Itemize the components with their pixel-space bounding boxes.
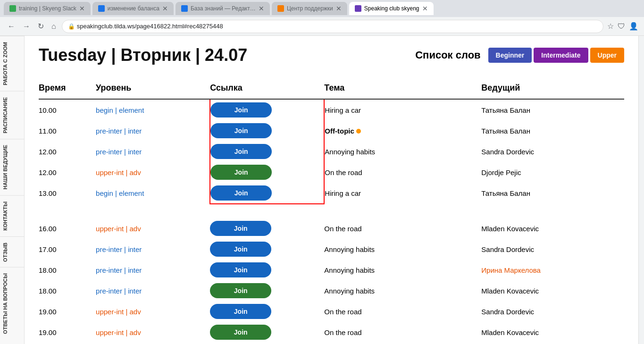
- cell-topic: On the road: [324, 218, 481, 239]
- cell-link: Join: [210, 99, 324, 120]
- cell-link: Join: [210, 260, 324, 280]
- tab-favicon-5: [355, 5, 361, 12]
- browser-right-icons: ☆ 🛡 👤: [607, 22, 638, 31]
- tab-label-2: изменение баланса: [108, 5, 159, 12]
- tab-close-2[interactable]: ✕: [162, 5, 168, 12]
- cell-topic: Annoying habits: [324, 280, 481, 301]
- tab-favicon-2: [98, 5, 105, 12]
- cell-host: Mladen Kovacevic: [481, 280, 624, 301]
- cell-level: pre-inter | inter: [96, 239, 210, 260]
- cell-host: Ирина Маркелова: [481, 260, 624, 280]
- cell-time: 13.00: [39, 183, 96, 204]
- intermediate-button[interactable]: Intermediate: [534, 48, 588, 63]
- join-button[interactable]: Join: [210, 221, 271, 236]
- table-row: 19.00upper-int | advJoinOn the roadSandr…: [39, 301, 624, 322]
- reload-button[interactable]: ↻: [36, 20, 46, 33]
- account-icon[interactable]: 👤: [629, 22, 638, 31]
- header-row: Tuesday | Вторник | 24.07 Список слов Be…: [39, 45, 624, 65]
- shield-icon: 🛡: [618, 22, 625, 31]
- tab-1[interactable]: training | Skyeng Slack ✕: [4, 2, 91, 15]
- cell-link: Join: [210, 183, 324, 204]
- cell-level: pre-inter | inter: [96, 141, 210, 162]
- join-button[interactable]: Join: [210, 144, 272, 159]
- cell-topic: Off-topic: [324, 120, 481, 141]
- cell-time: 18.00: [39, 260, 96, 280]
- cell-time: 16.00: [39, 218, 96, 239]
- forward-button[interactable]: →: [21, 20, 32, 33]
- home-button[interactable]: ⌂: [50, 20, 58, 33]
- join-button[interactable]: Join: [210, 325, 271, 340]
- sidebar-item-contacts[interactable]: КОНТАКТЫ: [0, 195, 24, 236]
- table-row: 19.00upper-int | advJoinOn the roadMlade…: [39, 322, 624, 343]
- browser-titlebar: training | Skyeng Slack ✕ изменение бала…: [0, 0, 644, 17]
- join-button[interactable]: Join: [210, 283, 271, 298]
- table-row: 16.00upper-int | advJoinOn the roadMlade…: [39, 218, 624, 239]
- tab-favicon-1: [9, 5, 16, 12]
- gap-cell: [324, 204, 481, 218]
- cell-topic: Annoying habits: [324, 239, 481, 260]
- cell-link: Join: [210, 141, 324, 162]
- cell-level: upper-int | adv: [96, 301, 210, 322]
- cell-host: Djordje Pejic: [481, 162, 624, 183]
- cell-time: 19.00: [39, 301, 96, 322]
- tab-5[interactable]: Speaking club skyeng ✕: [349, 2, 434, 15]
- beginner-button[interactable]: Beginner: [488, 48, 532, 63]
- browser-addressbar: ← → ↻ ⌂ 🔒 speakingclub.tilda.ws/page4168…: [0, 17, 644, 36]
- scrollbar-area[interactable]: [638, 36, 644, 344]
- main-content: Tuesday | Вторник | 24.07 Список слов Be…: [25, 36, 638, 344]
- cell-level: begin | element: [96, 99, 210, 120]
- cell-link: Join: [210, 322, 324, 343]
- cell-time: 12.00: [39, 141, 96, 162]
- header-level: Уровень: [96, 79, 210, 99]
- tab-4[interactable]: Центр поддержки ✕: [272, 2, 347, 15]
- cell-host: Татьяна Балан: [481, 183, 624, 204]
- join-button[interactable]: Join: [210, 262, 271, 277]
- upper-button[interactable]: Upper: [590, 48, 624, 63]
- cell-link: Join: [210, 162, 324, 183]
- tab-close-3[interactable]: ✕: [259, 5, 264, 12]
- tab-label-3: База знаний — Редакти...: [191, 5, 256, 12]
- cell-topic: Annoying habits: [324, 141, 481, 162]
- back-button[interactable]: ←: [6, 20, 17, 33]
- cell-link: Join: [210, 120, 324, 141]
- cell-topic: Annoying habits: [324, 260, 481, 280]
- orange-dot: [356, 129, 361, 134]
- sidebar-item-schedule[interactable]: РАСПИСАНИЕ: [0, 91, 24, 139]
- lock-icon: 🔒: [68, 23, 75, 30]
- tab-2[interactable]: изменение баланса ✕: [92, 2, 174, 15]
- sidebar-item-zoom[interactable]: РАБОТА С ZOOM: [0, 36, 24, 91]
- level-buttons: Beginner Intermediate Upper: [488, 48, 624, 63]
- sidebar-item-hosts[interactable]: НАШИ ВЕДУЩИЕ: [0, 139, 24, 195]
- cell-time: 18.00: [39, 280, 96, 301]
- sidebar-item-review[interactable]: ОТЗЫВ: [0, 236, 24, 268]
- bookmark-icon[interactable]: ☆: [607, 22, 614, 31]
- tab-close-5[interactable]: ✕: [422, 5, 428, 12]
- cell-time: 10.00: [39, 99, 96, 120]
- join-button[interactable]: Join: [210, 165, 272, 180]
- tab-close-4[interactable]: ✕: [336, 5, 342, 12]
- cell-host: Sandra Dordevic: [481, 239, 624, 260]
- cell-topic: On the road: [324, 301, 481, 322]
- gap-cell: [39, 204, 96, 218]
- cell-host: Татьяна Балан: [481, 120, 624, 141]
- word-list-label: Список слов: [415, 49, 480, 61]
- cell-level: begin | element: [96, 183, 210, 204]
- join-button[interactable]: Join: [210, 102, 272, 117]
- cell-time: 19.00: [39, 322, 96, 343]
- table-row: 12.00upper-int | advJoinOn the roadDjord…: [39, 162, 624, 183]
- tab-3[interactable]: База знаний — Редакти... ✕: [176, 2, 270, 15]
- join-button[interactable]: Join: [210, 185, 272, 201]
- table-row: 12.00pre-inter | interJoinAnnoying habit…: [39, 141, 624, 162]
- join-button[interactable]: Join: [210, 304, 271, 319]
- join-button[interactable]: Join: [210, 242, 271, 257]
- tab-close-1[interactable]: ✕: [79, 5, 85, 12]
- cell-level: upper-int | adv: [96, 322, 210, 343]
- address-box[interactable]: 🔒 speakingclub.tilda.ws/page416822.html#…: [62, 20, 603, 33]
- sidebar-item-faq[interactable]: ОТВЕТЫ НА ВОПРОСЫ: [0, 267, 24, 340]
- join-button[interactable]: Join: [210, 123, 272, 138]
- cell-level: pre-inter | inter: [96, 280, 210, 301]
- cell-host: Татьяна Балан: [481, 99, 624, 120]
- cell-host: Mladen Kovacevic: [481, 218, 624, 239]
- cell-topic: Hiring a car: [324, 183, 481, 204]
- gap-cell: [96, 204, 210, 218]
